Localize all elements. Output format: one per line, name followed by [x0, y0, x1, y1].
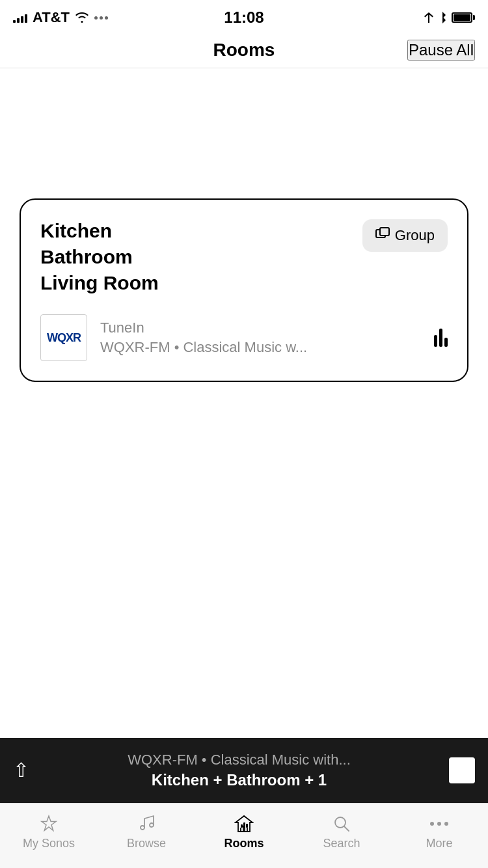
- room-card[interactable]: Kitchen Bathroom Living Room Group WQXR: [20, 198, 468, 382]
- location-icon: [424, 12, 433, 23]
- magnifying-glass-icon: [332, 815, 351, 833]
- room-name-kitchen: Kitchen: [40, 219, 159, 243]
- tab-search[interactable]: Search: [293, 815, 390, 850]
- group-button-label: Group: [395, 227, 435, 244]
- ellipsis-icon: [430, 815, 448, 833]
- svg-point-2: [141, 826, 144, 830]
- equalizer-icon: [434, 329, 448, 347]
- star-icon: [40, 815, 58, 833]
- svg-rect-6: [246, 824, 248, 828]
- signal-icon: [13, 12, 27, 23]
- tab-bar: My Sonos Browse Rooms Search: [0, 803, 488, 868]
- room-card-header: Kitchen Bathroom Living Room Group: [40, 219, 448, 295]
- pause-all-button[interactable]: Pause All: [407, 40, 475, 61]
- status-left: AT&T: [13, 9, 108, 26]
- bluetooth-icon: [439, 12, 446, 23]
- music-note-icon: [138, 815, 155, 833]
- np-rooms: Kitchen + Bathroom + 1: [42, 771, 436, 789]
- room-names: Kitchen Bathroom Living Room: [40, 219, 159, 295]
- wifi-icon: [75, 12, 89, 23]
- carrier-label: AT&T: [33, 9, 70, 26]
- room-name-living-room: Living Room: [40, 271, 159, 295]
- tab-my-sonos-label: My Sonos: [23, 837, 75, 850]
- svg-rect-1: [380, 228, 389, 236]
- tab-my-sonos[interactable]: My Sonos: [0, 815, 98, 850]
- np-track: WQXR-FM • Classical Music with...: [42, 752, 436, 768]
- room-name-bathroom: Bathroom: [40, 245, 159, 269]
- stop-button[interactable]: [449, 757, 475, 783]
- tab-browse-label: Browse: [127, 837, 166, 850]
- track-info: TuneIn WQXR-FM • Classical Music w...: [100, 319, 421, 356]
- svg-point-3: [150, 823, 154, 827]
- svg-rect-4: [241, 824, 243, 828]
- tab-rooms[interactable]: Rooms: [195, 815, 293, 850]
- nav-header: Rooms Pause All: [0, 33, 488, 68]
- house-icon: [234, 815, 254, 833]
- now-playing-bar[interactable]: ⇧ WQXR-FM • Classical Music with... Kitc…: [0, 738, 488, 803]
- svg-rect-5: [243, 822, 245, 828]
- tab-more[interactable]: More: [390, 815, 488, 850]
- tab-search-label: Search: [323, 837, 360, 850]
- now-playing-section: WQXR TuneIn WQXR-FM • Classical Music w.…: [40, 314, 448, 361]
- tab-more-label: More: [426, 837, 452, 850]
- battery-icon: [452, 12, 475, 23]
- group-icon: [375, 227, 390, 244]
- page-title: Rooms: [213, 40, 275, 61]
- tab-rooms-label: Rooms: [224, 837, 264, 850]
- group-button[interactable]: Group: [362, 219, 448, 252]
- track-name: WQXR-FM • Classical Music w...: [100, 339, 421, 356]
- status-right: [424, 12, 475, 23]
- status-bar: AT&T 11:08: [0, 0, 488, 33]
- expand-icon[interactable]: ⇧: [13, 761, 29, 780]
- tab-browse[interactable]: Browse: [98, 815, 195, 850]
- now-playing-bar-text: WQXR-FM • Classical Music with... Kitche…: [42, 752, 436, 789]
- track-source: TuneIn: [100, 319, 421, 336]
- status-time: 11:08: [224, 8, 264, 27]
- album-art-label: WQXR: [47, 331, 81, 345]
- album-art: WQXR: [40, 314, 87, 361]
- loading-spinner: [94, 16, 108, 20]
